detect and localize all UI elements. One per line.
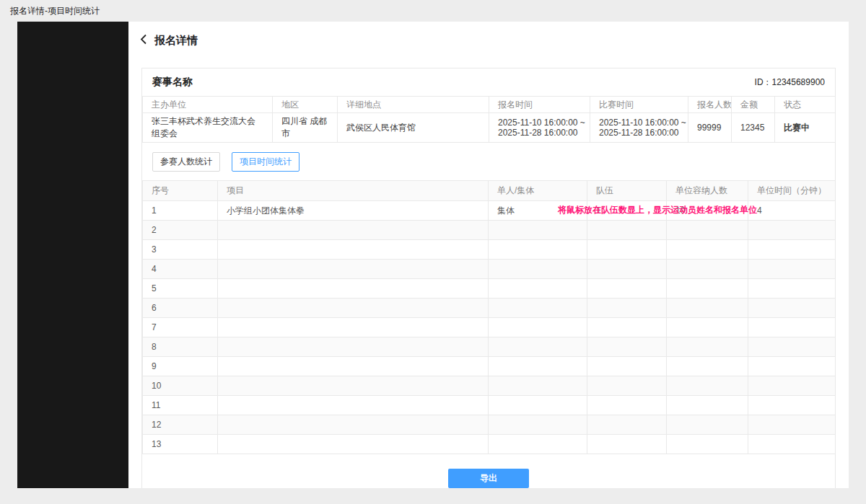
cell-index: 3 (143, 240, 218, 260)
cell-team-count[interactable] (587, 357, 667, 376)
column-header: 序号 (143, 181, 218, 201)
cell-unit-capacity (667, 337, 748, 357)
tab-project-time[interactable]: 项目时间统计 (232, 152, 299, 172)
cell-index: 10 (143, 376, 218, 396)
cell-unit-time (748, 279, 836, 299)
cell-solo-or-group (489, 299, 587, 318)
cell-match-time: 2025-11-10 16:00:00 ~ 2025-11-28 16:00:0… (590, 113, 688, 143)
cell-unit-capacity: 10 (667, 201, 748, 221)
info-table-header-row: 主办单位地区详细地点报名时间比赛时间报名人数金额状态 (143, 97, 836, 113)
event-id-label: ID： (755, 77, 772, 87)
event-info-row: 张三丰杯武术养生交流大会组委会 四川省 成都市 武侯区人民体育馆 2025-11… (143, 113, 836, 143)
cell-solo-or-group (489, 376, 587, 396)
cell-index: 1 (143, 201, 218, 221)
cell-index: 2 (143, 221, 218, 240)
table-row: 5 (143, 279, 836, 299)
card-header: 赛事名称 ID：12345689900 (142, 68, 835, 96)
cell-unit-capacity (667, 221, 748, 240)
cell-unit-time (748, 376, 836, 396)
cell-unit-capacity (667, 435, 748, 454)
cell-project: 小学组小团体集体拳 (218, 201, 489, 221)
cell-unit-time (748, 221, 836, 240)
table-row: 10 (143, 376, 836, 396)
app-frame: 报名详情 赛事名称 ID：12345689900 主办单位地区详细地点报名时间比… (17, 22, 849, 488)
cell-unit-capacity (667, 318, 748, 337)
cell-solo-or-group (489, 435, 587, 454)
table-row: 3 (143, 240, 836, 260)
cell-team-count[interactable]: 1 (587, 201, 667, 221)
cell-project (218, 357, 489, 376)
cell-unit-time (748, 415, 836, 435)
cell-unit-time (748, 240, 836, 260)
cell-index: 4 (143, 260, 218, 279)
table-row: 4 (143, 260, 836, 279)
table-row: 7 (143, 318, 836, 337)
cell-unit-capacity (667, 240, 748, 260)
cell-project (218, 396, 489, 415)
cell-team-count[interactable] (587, 396, 667, 415)
page-title: 报名详情 (154, 34, 198, 48)
column-header: 主办单位 (143, 97, 273, 113)
cell-unit-time (748, 435, 836, 454)
page-header: 报名详情 (128, 22, 849, 48)
column-header: 单位容纳人数 (667, 181, 748, 201)
cell-solo-or-group (489, 337, 587, 357)
column-header: 报名人数 (688, 97, 732, 113)
cell-solo-or-group (489, 357, 587, 376)
event-detail-card: 赛事名称 ID：12345689900 主办单位地区详细地点报名时间比赛时间报名… (141, 68, 836, 488)
event-id: ID：12345689900 (755, 76, 825, 89)
cell-team-count[interactable] (587, 337, 667, 357)
cell-signup-time: 2025-11-10 16:00:00 ~ 2025-11-28 16:00:0… (489, 113, 590, 143)
table-row: 6 (143, 299, 836, 318)
signup-time-start: 2025-11-10 16:00:00 ~ (498, 118, 581, 128)
main-content: 报名详情 赛事名称 ID：12345689900 主办单位地区详细地点报名时间比… (128, 22, 849, 488)
column-header: 状态 (775, 97, 836, 113)
cell-team-count[interactable] (587, 376, 667, 396)
cell-team-count[interactable] (587, 435, 667, 454)
cell-project (218, 376, 489, 396)
cell-index: 8 (143, 337, 218, 357)
table-row: 13 (143, 435, 836, 454)
export-row: 导出 (142, 469, 835, 488)
cell-venue: 武侯区人民体育馆 (338, 113, 489, 143)
table-row: 12 (143, 415, 836, 435)
cell-team-count[interactable] (587, 318, 667, 337)
cell-unit-capacity (667, 299, 748, 318)
cell-project (218, 299, 489, 318)
cell-project (218, 337, 489, 357)
cell-index: 7 (143, 318, 218, 337)
cell-solo-or-group (489, 240, 587, 260)
cell-team-count[interactable] (587, 260, 667, 279)
cell-project (218, 415, 489, 435)
cell-amount: 12345 (732, 113, 775, 143)
tab-participant-count[interactable]: 参赛人数统计 (152, 152, 220, 172)
cell-team-count[interactable] (587, 299, 667, 318)
table-row: 9 (143, 357, 836, 376)
cell-unit-time (748, 357, 836, 376)
cell-unit-capacity (667, 415, 748, 435)
sidebar (17, 22, 128, 488)
cell-solo-or-group (489, 396, 587, 415)
project-table-header-row: 序号项目单人/集体队伍单位容纳人数单位时间（分钟） (143, 181, 836, 201)
chevron-left-icon (140, 34, 147, 48)
cell-team-count[interactable] (587, 279, 667, 299)
cell-index: 12 (143, 415, 218, 435)
column-header: 单位时间（分钟） (748, 181, 836, 201)
table-row: 11 (143, 396, 836, 415)
column-header: 单人/集体 (489, 181, 587, 201)
export-button[interactable]: 导出 (448, 469, 529, 488)
cell-unit-capacity (667, 357, 748, 376)
cell-project (218, 318, 489, 337)
column-header: 金额 (732, 97, 775, 113)
cell-team-count[interactable] (587, 415, 667, 435)
back-button[interactable] (140, 34, 147, 48)
signup-time-end: 2025-11-28 16:00:00 (498, 128, 581, 138)
match-time-end: 2025-11-28 16:00:00 (599, 128, 679, 138)
cell-team-count[interactable] (587, 221, 667, 240)
column-header: 地区 (273, 97, 338, 113)
cell-solo-or-group (489, 318, 587, 337)
cell-team-count[interactable] (587, 240, 667, 260)
window-title: 报名详情-项目时间统计 (10, 5, 100, 17)
cell-unit-capacity (667, 376, 748, 396)
cell-unit-time (748, 337, 836, 357)
